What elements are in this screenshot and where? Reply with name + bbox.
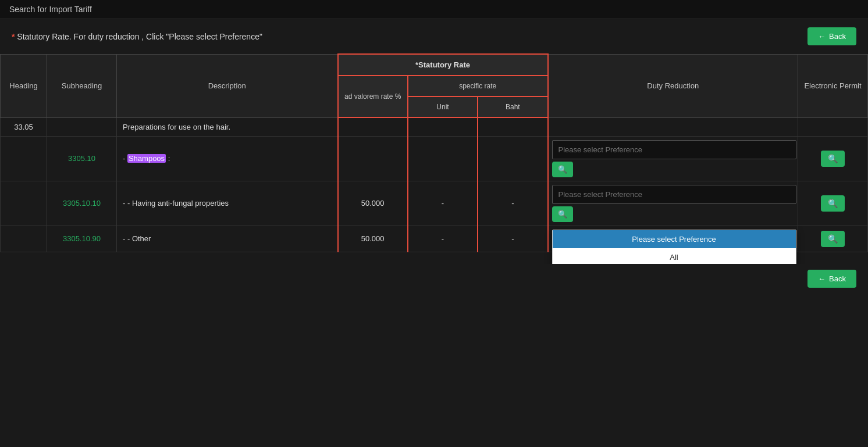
tariff-table: Heading Subheading Description *Statutor… xyxy=(0,53,868,252)
main-table-wrapper: Heading Subheading Description *Statutor… xyxy=(0,53,868,264)
cell-baht xyxy=(478,136,547,181)
asterisk: * xyxy=(12,32,15,41)
notice-content: Statutory Rate. For duty reduction , Cli… xyxy=(17,32,262,41)
cell-advalorem: 50.000 xyxy=(338,181,408,226)
preference-input-2[interactable] xyxy=(552,185,796,204)
subheading-link-3305-10[interactable]: 3305.10 xyxy=(68,154,95,163)
cell-unit: - xyxy=(408,226,478,252)
preference-wrapper-1: 🔍 xyxy=(552,140,795,177)
bottom-back-row: ← Back xyxy=(0,264,868,294)
topbar: Search for Import Tariff xyxy=(0,0,868,19)
back-icon-bottom: ← xyxy=(818,274,826,283)
col-header-specific-rate: specific rate xyxy=(408,76,548,96)
back-button-top[interactable]: ← Back xyxy=(807,27,856,45)
cell-baht: - xyxy=(478,226,547,252)
back-icon-top: ← xyxy=(818,32,826,41)
cell-advalorem xyxy=(338,117,408,136)
cell-heading xyxy=(1,226,47,252)
table-row: 3305.10 - Shampoos : 🔍 xyxy=(1,136,868,181)
cell-description: - - Other xyxy=(117,226,338,252)
search-button-2[interactable]: 🔍 xyxy=(552,206,573,222)
subheading-link-3305-10-90[interactable]: 3305.10.90 xyxy=(63,234,101,243)
table-row: 3305.10.10 - - Having anti-fungal proper… xyxy=(1,181,868,226)
cell-unit xyxy=(408,136,478,181)
cell-subheading: 3305.10.90 xyxy=(47,226,117,252)
cell-subheading: 3305.10.10 xyxy=(47,181,117,226)
preference-wrapper-2: 🔍 xyxy=(552,185,795,222)
search-icon-1: 🔍 xyxy=(558,165,567,174)
ep-search-button-3[interactable]: 🔍 xyxy=(821,231,845,247)
cell-unit: - xyxy=(408,181,478,226)
subheading-link-3305-10-10[interactable]: 3305.10.10 xyxy=(63,199,101,208)
cell-description: Preparations for use on the hair. xyxy=(117,117,338,136)
cell-ep-3305-10-10: 🔍 xyxy=(798,181,868,226)
dropdown-item-placeholder[interactable]: Please select Preference xyxy=(553,230,796,248)
col-header-baht: Baht xyxy=(478,96,547,117)
notice-text: * Statutory Rate. For duty reduction , C… xyxy=(12,32,262,41)
dropdown-item-all[interactable]: All xyxy=(553,248,796,264)
back-button-bottom[interactable]: ← Back xyxy=(807,270,856,288)
preference-dropdown-open: Please select Preference All General Rat… xyxy=(552,230,796,264)
back-label-top: Back xyxy=(829,32,846,41)
col-header-advalorem: ad valorem rate % xyxy=(338,76,408,117)
cell-duty-reduction-3305-10: 🔍 xyxy=(548,136,798,181)
cell-ep-3305-10: 🔍 xyxy=(798,136,868,181)
cell-unit xyxy=(408,117,478,136)
search-button-1[interactable]: 🔍 xyxy=(552,162,573,177)
back-label-bottom: Back xyxy=(829,274,846,283)
col-header-unit: Unit xyxy=(408,96,478,117)
cell-duty-reduction-3305-10-90: Please select Preference All General Rat… xyxy=(548,226,798,252)
cell-subheading: 3305.10 xyxy=(47,136,117,181)
cell-baht: - xyxy=(478,181,547,226)
table-row: 3305.10.90 - - Other 50.000 - - Please s… xyxy=(1,226,868,252)
cell-heading xyxy=(1,136,47,181)
cell-duty-reduction xyxy=(548,117,798,136)
col-header-duty-reduction: Duty Reduction xyxy=(548,54,798,117)
topbar-title: Search for Import Tariff xyxy=(9,5,92,14)
ep-search-button-1[interactable]: 🔍 xyxy=(821,151,845,167)
preference-input-1[interactable] xyxy=(552,140,796,159)
cell-advalorem xyxy=(338,136,408,181)
cell-baht xyxy=(478,117,547,136)
cell-heading xyxy=(1,181,47,226)
col-header-ep: Electronic Permit xyxy=(798,54,868,117)
cell-advalorem: 50.000 xyxy=(338,226,408,252)
cell-ep-3305-10-90: 🔍 xyxy=(798,226,868,252)
cell-heading: 33.05 xyxy=(1,117,47,136)
cell-description: - - Having anti-fungal properties xyxy=(117,181,338,226)
search-icon-2: 🔍 xyxy=(558,210,567,219)
col-header-heading: Heading xyxy=(1,54,47,117)
cell-ep xyxy=(798,117,868,136)
table-row: 33.05 Preparations for use on the hair. xyxy=(1,117,868,136)
info-banner: * Statutory Rate. For duty reduction , C… xyxy=(0,19,868,53)
col-header-subheading: Subheading xyxy=(47,54,117,117)
shampoos-highlight: Shampoos xyxy=(127,154,166,163)
col-header-statutory-rate: *Statutory Rate xyxy=(338,54,548,76)
ep-search-button-2[interactable]: 🔍 xyxy=(821,195,845,212)
cell-subheading xyxy=(47,117,117,136)
cell-description: - Shampoos : xyxy=(117,136,338,181)
col-header-description: Description xyxy=(117,54,338,117)
cell-duty-reduction-3305-10-10: 🔍 xyxy=(548,181,798,226)
